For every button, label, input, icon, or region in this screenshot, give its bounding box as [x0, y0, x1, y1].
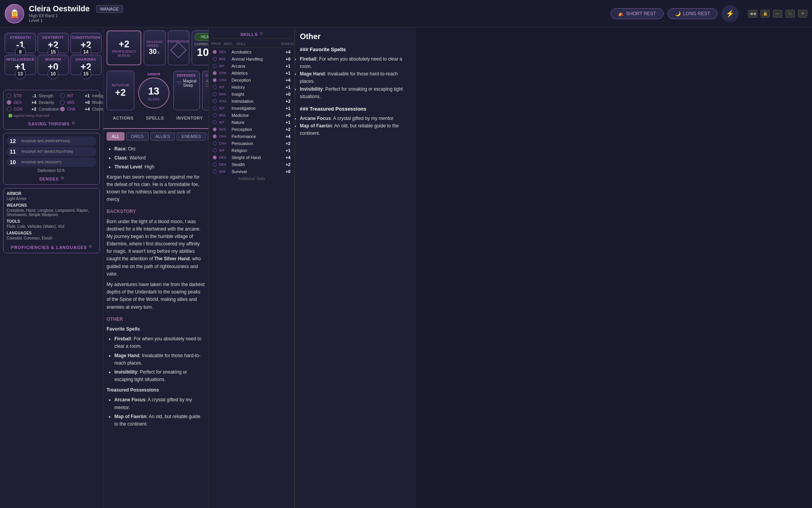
skill-name: Persuasion: [231, 141, 277, 146]
short-rest-button[interactable]: ⛺ SHORT REST: [611, 8, 664, 19]
tab-inventory[interactable]: INVENTORY: [170, 113, 209, 129]
filter-tab-enemies[interactable]: ENEMIES: [176, 132, 206, 141]
right-content: ### Favorite Spells Fireball: For when y…: [300, 46, 411, 137]
skill-row-nature: INT Nature +1: [211, 119, 292, 126]
skill-dot: [213, 134, 217, 138]
skills-gear-icon[interactable]: ⚙: [260, 31, 263, 36]
walking-unit: ft.: [157, 51, 160, 55]
passive-row: 10 PASSIVE WIS (INSIGHT): [7, 157, 96, 167]
skill-bonus: +0: [280, 113, 290, 118]
save-label: Strength: [39, 94, 59, 98]
skill-dot: [213, 106, 217, 110]
skill-name: Stealth: [231, 162, 277, 167]
skill-col-header: SKILL: [236, 42, 279, 46]
ability-label: CONSTITUTION: [71, 36, 100, 39]
senses-gear-icon[interactable]: ⚙: [61, 176, 64, 180]
skill-bonus: +0: [280, 92, 290, 97]
skills-list: DEX Acrobatics +4 WIS Animal Handling +0…: [211, 48, 292, 175]
save-label: Constitution: [39, 107, 59, 111]
skill-name: Intimidation: [231, 99, 277, 104]
stats-row: +2 PROFICIENCY BONUS WALKING SPEED 30 ft…: [103, 27, 208, 68]
skills-panel: SKILLS ⚙ PROF MOD SKILL BONUS DEX Acroba…: [209, 27, 295, 508]
lock-button[interactable]: 🔒: [760, 10, 770, 18]
tools-value: Flute, Lute, Vehicles (Water), Viol: [7, 224, 96, 229]
skill-row-persuasion: CHA Persuasion +2: [211, 140, 292, 147]
skill-dot: [213, 170, 217, 174]
hp-current-label: CURRENT: [194, 42, 209, 46]
mod-col-header: MOD: [224, 42, 234, 46]
prof-label: PROFICIENCIES & LANGUAGES: [11, 245, 87, 250]
notes-container: ALLORGSALLIESENEMIESBACKSTORYOTHER Race:…: [103, 129, 208, 508]
saving-throws-section: STR -1 Strength INT +1 Intelligence DEX …: [3, 90, 100, 130]
possession-item: Arcane Focus: A crystal gifted by my men…: [114, 396, 205, 411]
languages-value: Celestial, Common, Elvish: [7, 236, 96, 240]
initiative-box: INITIATIVE +2: [107, 71, 134, 110]
save-dot: [60, 93, 65, 98]
skill-name: Animal Handling: [231, 57, 277, 61]
note-race: Race: Orc: [114, 145, 205, 153]
filter-tab-allies[interactable]: ALLIES: [150, 132, 175, 141]
skill-abbr: WIS: [219, 127, 229, 131]
hp-buttons: HEAL DAMAGE: [194, 33, 209, 41]
saving-throw-wis: WIS +0 Wisdom: [60, 100, 103, 105]
possession-item: Map of Faerûn: An old, but reliable guid…: [114, 413, 205, 428]
possessions-title: Treasured Possessions: [107, 386, 205, 394]
saving-throws-gear-icon[interactable]: ⚙: [71, 121, 75, 125]
save-abbr: CHA: [67, 107, 78, 111]
right-heading1: ### Favorite Spells: [300, 46, 411, 54]
save-abbr: DEX: [14, 100, 25, 105]
back-button[interactable]: ◀◀: [748, 10, 757, 18]
skill-abbr: DEX: [219, 163, 229, 166]
long-rest-button[interactable]: 🌙 LONG REST: [668, 8, 718, 19]
backstory-header: BACKSTORY: [107, 208, 205, 215]
armor-label: CLASS: [148, 97, 160, 101]
skill-bonus: +1: [280, 64, 290, 68]
skills-label: SKILLS: [240, 32, 258, 37]
armor-box: 13 CLASS: [138, 77, 169, 109]
skill-row-religion: INT Religion +1: [211, 147, 292, 154]
skill-name: Sleight of Hand: [231, 155, 277, 160]
walking-speed: 30: [149, 48, 157, 56]
inspiration-diamond[interactable]: [170, 41, 187, 58]
tab-spells[interactable]: SPELLS: [140, 113, 170, 129]
close-button[interactable]: ✕: [798, 10, 807, 18]
saving-throw-dex: DEX +4 Dexterity: [7, 100, 59, 105]
add-conditions-button[interactable]: Add Active Conditions: [206, 79, 209, 88]
skill-dot: [213, 127, 217, 131]
skill-row-stealth: DEX Stealth +2: [211, 161, 292, 168]
tab-actions[interactable]: ACTIONS: [107, 113, 140, 129]
filter-tab-all[interactable]: ALL: [107, 132, 125, 141]
saving-throw-con: CON +2 Constitution: [7, 107, 59, 111]
ability-label: DEXTERITY: [42, 36, 64, 39]
skill-abbr: WIS: [219, 57, 229, 61]
note-class: Class: Warlord: [114, 154, 205, 162]
minimize-button[interactable]: —: [773, 10, 782, 18]
filter-tab-backstory[interactable]: BACKSTORY: [208, 132, 208, 141]
right-spell-item: Mage Hand: Invaluable for those hard-to-…: [300, 70, 411, 85]
senses-text: Darkvision 60 ft.: [7, 168, 96, 173]
ability-score-val: 15: [80, 68, 91, 79]
skill-row-intimidation: CHA Intimidation +2: [211, 98, 292, 105]
skill-bonus: +1: [280, 71, 290, 75]
defenses-box: DEFENSES 🛡 Magical Sleep: [173, 71, 200, 110]
maximize-button[interactable]: □: [785, 10, 795, 18]
prof-gear-icon[interactable]: ⚙: [89, 244, 92, 249]
skill-abbr: CHA: [219, 141, 229, 145]
passive-label: PASSIVE INT (INVESTIGATION): [21, 150, 73, 154]
right-spells-list: Fireball: For when you absolutely need t…: [300, 55, 411, 100]
heal-button[interactable]: HEAL: [194, 33, 209, 41]
ability-score-val: 13: [15, 68, 26, 79]
save-label: Intelligence: [92, 94, 103, 98]
skill-abbr: WIS: [219, 113, 229, 117]
defense-item: 🛡 Magical Sleep: [177, 79, 196, 88]
avatar: 🧝: [5, 4, 24, 23]
skill-dot: [213, 78, 217, 82]
additional-skills-button[interactable]: Additional Skills: [211, 177, 292, 181]
passive-row: 11 PASSIVE INT (INVESTIGATION): [7, 147, 96, 156]
skill-row-athletics: STR Athletics +1: [211, 70, 292, 77]
filter-tab-orgs[interactable]: ORGS: [126, 132, 149, 141]
skill-abbr: INT: [219, 148, 229, 152]
save-dot: [7, 100, 11, 105]
manage-button[interactable]: MANAGE: [96, 5, 123, 13]
skill-name: Deception: [231, 78, 277, 82]
